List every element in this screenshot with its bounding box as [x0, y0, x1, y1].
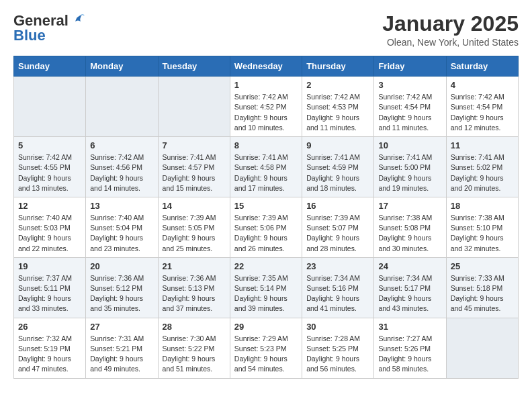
day-number: 31 — [378, 322, 441, 332]
day-info: Sunrise: 7:31 AM Sunset: 5:21 PM Dayligh… — [90, 334, 153, 375]
calendar-cell: 12Sunrise: 7:40 AM Sunset: 5:03 PM Dayli… — [14, 197, 86, 257]
day-info: Sunrise: 7:38 AM Sunset: 5:08 PM Dayligh… — [378, 213, 441, 254]
day-number: 4 — [451, 80, 514, 90]
day-number: 15 — [234, 201, 298, 211]
day-info: Sunrise: 7:39 AM Sunset: 5:07 PM Dayligh… — [306, 213, 369, 254]
location: Olean, New York, United States — [382, 37, 519, 48]
calendar-header-friday: Friday — [374, 56, 446, 77]
logo-bird-icon — [70, 12, 85, 27]
calendar-cell: 13Sunrise: 7:40 AM Sunset: 5:04 PM Dayli… — [86, 197, 158, 257]
calendar-page: General Blue January 2025 Olean, New Yor… — [0, 0, 532, 391]
day-number: 29 — [234, 322, 298, 332]
day-info: Sunrise: 7:42 AM Sunset: 4:52 PM Dayligh… — [234, 92, 298, 133]
day-info: Sunrise: 7:36 AM Sunset: 5:12 PM Dayligh… — [90, 273, 153, 314]
calendar-header-sunday: Sunday — [14, 56, 86, 77]
day-number: 2 — [306, 80, 369, 90]
day-number: 6 — [90, 140, 153, 150]
calendar-cell: 22Sunrise: 7:35 AM Sunset: 5:14 PM Dayli… — [230, 257, 302, 318]
calendar-cell — [86, 77, 158, 137]
calendar-cell: 21Sunrise: 7:36 AM Sunset: 5:13 PM Dayli… — [158, 257, 230, 318]
calendar-cell: 5Sunrise: 7:42 AM Sunset: 4:55 PM Daylig… — [14, 137, 86, 197]
calendar-cell: 8Sunrise: 7:41 AM Sunset: 4:58 PM Daylig… — [230, 137, 302, 197]
day-info: Sunrise: 7:39 AM Sunset: 5:06 PM Dayligh… — [234, 213, 298, 254]
day-number: 27 — [90, 322, 153, 332]
calendar-cell — [14, 77, 86, 137]
calendar-cell: 6Sunrise: 7:42 AM Sunset: 4:56 PM Daylig… — [86, 137, 158, 197]
day-info: Sunrise: 7:29 AM Sunset: 5:23 PM Dayligh… — [234, 334, 298, 375]
day-number: 17 — [378, 201, 441, 211]
calendar-cell: 31Sunrise: 7:27 AM Sunset: 5:26 PM Dayli… — [374, 318, 446, 378]
calendar-cell: 1Sunrise: 7:42 AM Sunset: 4:52 PM Daylig… — [230, 77, 302, 137]
day-number: 8 — [234, 140, 298, 150]
day-info: Sunrise: 7:32 AM Sunset: 5:19 PM Dayligh… — [18, 334, 81, 375]
day-info: Sunrise: 7:38 AM Sunset: 5:10 PM Dayligh… — [451, 213, 514, 254]
calendar-cell: 27Sunrise: 7:31 AM Sunset: 5:21 PM Dayli… — [86, 318, 158, 378]
day-number: 24 — [378, 261, 441, 271]
calendar-header-tuesday: Tuesday — [158, 56, 230, 77]
calendar-cell: 20Sunrise: 7:36 AM Sunset: 5:12 PM Dayli… — [86, 257, 158, 318]
day-info: Sunrise: 7:42 AM Sunset: 4:54 PM Dayligh… — [451, 92, 514, 133]
day-number: 25 — [451, 261, 514, 271]
day-number: 20 — [90, 261, 153, 271]
calendar-cell: 24Sunrise: 7:34 AM Sunset: 5:17 PM Dayli… — [374, 257, 446, 318]
day-number: 23 — [306, 261, 369, 271]
day-number: 12 — [18, 201, 81, 211]
day-info: Sunrise: 7:40 AM Sunset: 5:03 PM Dayligh… — [18, 213, 81, 254]
calendar-week-row: 5Sunrise: 7:42 AM Sunset: 4:55 PM Daylig… — [14, 137, 519, 197]
day-info: Sunrise: 7:40 AM Sunset: 5:04 PM Dayligh… — [90, 213, 153, 254]
calendar-week-row: 1Sunrise: 7:42 AM Sunset: 4:52 PM Daylig… — [14, 77, 519, 137]
calendar-cell: 9Sunrise: 7:41 AM Sunset: 4:59 PM Daylig… — [302, 137, 374, 197]
day-info: Sunrise: 7:34 AM Sunset: 5:17 PM Dayligh… — [378, 273, 441, 314]
calendar-cell: 19Sunrise: 7:37 AM Sunset: 5:11 PM Dayli… — [14, 257, 86, 318]
day-info: Sunrise: 7:27 AM Sunset: 5:26 PM Dayligh… — [378, 334, 441, 375]
calendar-cell — [158, 77, 230, 137]
calendar-cell: 7Sunrise: 7:41 AM Sunset: 4:57 PM Daylig… — [158, 137, 230, 197]
day-info: Sunrise: 7:41 AM Sunset: 4:59 PM Dayligh… — [306, 152, 369, 193]
title-area: January 2025 Olean, New York, United Sta… — [382, 12, 519, 48]
calendar-cell: 14Sunrise: 7:39 AM Sunset: 5:05 PM Dayli… — [158, 197, 230, 257]
day-info: Sunrise: 7:30 AM Sunset: 5:22 PM Dayligh… — [163, 334, 226, 375]
day-info: Sunrise: 7:42 AM Sunset: 4:56 PM Dayligh… — [90, 152, 153, 193]
day-info: Sunrise: 7:42 AM Sunset: 4:55 PM Dayligh… — [18, 152, 81, 193]
day-info: Sunrise: 7:42 AM Sunset: 4:53 PM Dayligh… — [306, 92, 369, 133]
calendar-header-saturday: Saturday — [446, 56, 518, 77]
calendar-cell: 23Sunrise: 7:34 AM Sunset: 5:16 PM Dayli… — [302, 257, 374, 318]
calendar-cell: 15Sunrise: 7:39 AM Sunset: 5:06 PM Dayli… — [230, 197, 302, 257]
calendar-cell: 10Sunrise: 7:41 AM Sunset: 5:00 PM Dayli… — [374, 137, 446, 197]
calendar-header-monday: Monday — [86, 56, 158, 77]
logo: General Blue — [13, 12, 85, 44]
calendar-cell: 4Sunrise: 7:42 AM Sunset: 4:54 PM Daylig… — [446, 77, 518, 137]
day-info: Sunrise: 7:41 AM Sunset: 5:00 PM Dayligh… — [378, 152, 441, 193]
calendar-cell: 26Sunrise: 7:32 AM Sunset: 5:19 PM Dayli… — [14, 318, 86, 378]
day-number: 30 — [306, 322, 369, 332]
day-number: 19 — [18, 261, 81, 271]
calendar-cell: 16Sunrise: 7:39 AM Sunset: 5:07 PM Dayli… — [302, 197, 374, 257]
day-number: 26 — [18, 322, 81, 332]
day-number: 10 — [378, 140, 441, 150]
calendar-week-row: 26Sunrise: 7:32 AM Sunset: 5:19 PM Dayli… — [14, 318, 519, 378]
day-info: Sunrise: 7:39 AM Sunset: 5:05 PM Dayligh… — [163, 213, 226, 254]
month-title: January 2025 — [382, 12, 519, 36]
day-number: 13 — [90, 201, 153, 211]
day-number: 21 — [163, 261, 226, 271]
day-info: Sunrise: 7:41 AM Sunset: 4:58 PM Dayligh… — [234, 152, 298, 193]
calendar-cell: 17Sunrise: 7:38 AM Sunset: 5:08 PM Dayli… — [374, 197, 446, 257]
day-number: 18 — [451, 201, 514, 211]
day-number: 14 — [163, 201, 226, 211]
calendar-cell: 30Sunrise: 7:28 AM Sunset: 5:25 PM Dayli… — [302, 318, 374, 378]
day-number: 9 — [306, 140, 369, 150]
calendar-cell: 2Sunrise: 7:42 AM Sunset: 4:53 PM Daylig… — [302, 77, 374, 137]
day-info: Sunrise: 7:41 AM Sunset: 4:57 PM Dayligh… — [163, 152, 226, 193]
day-number: 7 — [163, 140, 226, 150]
calendar-cell: 25Sunrise: 7:33 AM Sunset: 5:18 PM Dayli… — [446, 257, 518, 318]
day-number: 5 — [18, 140, 81, 150]
day-number: 1 — [234, 80, 298, 90]
day-number: 11 — [451, 140, 514, 150]
calendar-week-row: 19Sunrise: 7:37 AM Sunset: 5:11 PM Dayli… — [14, 257, 519, 318]
calendar-header-thursday: Thursday — [302, 56, 374, 77]
header: General Blue January 2025 Olean, New Yor… — [13, 12, 519, 48]
calendar-table: SundayMondayTuesdayWednesdayThursdayFrid… — [13, 56, 519, 378]
day-number: 16 — [306, 201, 369, 211]
day-number: 3 — [378, 80, 441, 90]
calendar-header-row: SundayMondayTuesdayWednesdayThursdayFrid… — [14, 56, 519, 77]
